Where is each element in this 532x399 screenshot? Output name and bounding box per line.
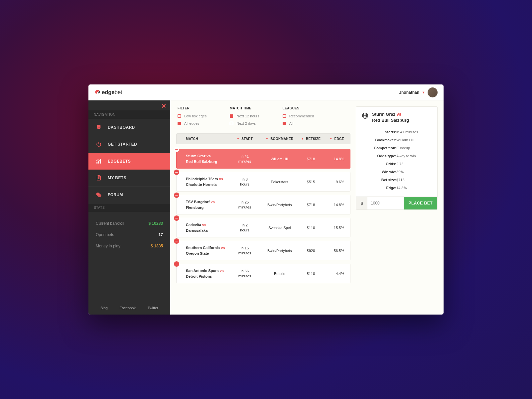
nav-label: FORUM (108, 193, 123, 197)
cell-bookmaker: Bwin/Partybets (259, 203, 300, 207)
filter-head: FILTER (178, 106, 206, 110)
cell-betsize: $110 (300, 272, 322, 276)
topbar: edgebet Jhonathan ▾ (88, 84, 444, 100)
user-menu[interactable]: Jhonathan ▾ (399, 87, 438, 97)
content: FILTER Low risk eges All edges MATCH TIM… (176, 106, 350, 309)
prow-competition-k: Competition: (361, 146, 396, 150)
cell-bookmaker: Bwin/Partybets (259, 249, 300, 253)
cell-edge: 15.5% (322, 226, 344, 230)
th-betsize[interactable]: ▼BETSIZE (300, 137, 322, 141)
prow-competition-v: Eurocup (396, 146, 432, 150)
remove-icon[interactable] (174, 170, 179, 175)
cell-edge: 14.8% (322, 203, 344, 207)
stat-bankroll-label: Current bankroll (96, 221, 124, 226)
table-row[interactable]: Philadelphia 76ers vsCharlotte Hornetsin… (176, 172, 350, 192)
filter-recommended[interactable]: Recommended (283, 114, 314, 118)
table-row[interactable]: Sturm Graz vsRed Bull Salzburgin 41minut… (176, 149, 350, 169)
cell-betsize: $718 (300, 203, 322, 207)
cell-bookmaker: Svenska Spel (259, 226, 300, 230)
main: FILTER Low risk eges All edges MATCH TIM… (170, 100, 444, 315)
prow-edge-v: 14.8% (396, 186, 432, 190)
remove-icon[interactable] (174, 215, 179, 221)
cell-edge: 9.6% (322, 180, 344, 184)
cell-betsize: $515 (300, 180, 322, 184)
th-start[interactable]: ▼START (230, 137, 259, 141)
cell-match: Southern California vsOregon State (183, 245, 230, 256)
remove-icon[interactable] (174, 147, 179, 152)
filter-all-edges[interactable]: All edges (178, 121, 206, 125)
stat-moneyinplay-label: Money in play (96, 244, 120, 248)
table-row[interactable]: Southern California vsOregon Statein 15m… (176, 241, 350, 260)
nav-get-started[interactable]: GET STARTED (88, 136, 170, 153)
cell-match: San Antonio Spurs vsDetroit Pistons (183, 268, 230, 279)
nav-label: GET STARTED (108, 142, 137, 147)
place-bet-button[interactable]: PLACE BET (404, 197, 437, 209)
logo[interactable]: edgebet (94, 89, 122, 96)
th-edge[interactable]: ▼EDGE (322, 137, 344, 141)
footer-twitter[interactable]: Twitter (148, 306, 158, 310)
cell-edge: 56.5% (322, 249, 344, 253)
nav-edgebets[interactable]: EDGEBETS (88, 153, 170, 170)
stat-bankroll-value: $ 10233 (149, 221, 163, 226)
svg-rect-3 (100, 160, 101, 164)
filter-group-filter: FILTER Low risk eges All edges (178, 106, 206, 129)
th-match[interactable]: MATCH (183, 137, 230, 141)
prow-odds-v: 2.75 (396, 162, 432, 166)
currency-symbol: $ (356, 197, 367, 209)
checkbox-icon (283, 114, 286, 118)
cell-betsize: $920 (300, 249, 322, 253)
nav-section-label: NAVIGATION (88, 110, 170, 119)
filter-low-risk[interactable]: Low risk eges (178, 114, 206, 118)
logo-text: edgebet (102, 89, 122, 96)
nav-my-bets[interactable]: MY BETS (88, 170, 170, 187)
filter-next-2d[interactable]: Next 2 days (230, 121, 259, 125)
footer-facebook[interactable]: Facebook (120, 306, 136, 310)
caret-down-icon: ▼ (301, 137, 304, 140)
footer-blog[interactable]: Blog (100, 306, 108, 310)
bet-panel: Sturm Graz vs Red Bull Salzburg Starts:i… (356, 106, 438, 210)
prow-bookmaker-v: William Hill (396, 138, 432, 142)
avatar[interactable] (428, 87, 438, 97)
prow-oddstype-v: Away to win (396, 154, 432, 158)
cell-edge: 4.4% (322, 272, 344, 276)
cell-betsize: $718 (300, 157, 322, 161)
prow-winrate-k: Winrate: (361, 170, 396, 174)
filter-next-12h[interactable]: Next 12 hours (230, 114, 259, 118)
bet-amount-input[interactable] (367, 197, 404, 209)
panel-title: Sturm Graz vs Red Bull Salzburg (372, 111, 409, 123)
cell-start: in 15minutes (230, 246, 259, 255)
table-row[interactable]: TSV Burgdorf vsFlensburgin 25minutesBwin… (176, 195, 350, 214)
checkbox-icon (230, 122, 233, 125)
body: ✕ NAVIGATION DASHBOARD GET STARTED EDGEB (88, 100, 444, 315)
filter-head: MATCH TIME (230, 106, 259, 110)
filter-group-matchtime: MATCH TIME Next 12 hours Next 2 days (230, 106, 259, 129)
remove-icon[interactable] (174, 261, 179, 267)
prow-starts-v: in 41 minutes (396, 130, 432, 134)
svg-rect-2 (98, 161, 99, 164)
database-icon (96, 124, 102, 130)
basketball-icon (361, 112, 369, 119)
prow-winrate-v: 39% (396, 170, 432, 174)
stats-section-label: STATS (88, 203, 170, 212)
nav-forum[interactable]: FORUM (88, 187, 170, 203)
filter-all-leagues[interactable]: All (283, 121, 314, 125)
cell-start: in 41minutes (230, 154, 259, 164)
cell-bookmaker: Betcris (259, 272, 300, 276)
nav-label: MY BETS (108, 176, 126, 180)
bet-action: $ PLACE BET (356, 197, 437, 209)
nav-dashboard[interactable]: DASHBOARD (88, 119, 170, 136)
prow-oddstype-k: Odds type: (361, 154, 396, 158)
remove-icon[interactable] (174, 238, 179, 244)
filters: FILTER Low risk eges All edges MATCH TIM… (176, 106, 350, 129)
checkbox-icon (178, 114, 181, 118)
th-bookmaker[interactable]: ▼BOOKMAKER (259, 137, 300, 141)
table-row[interactable]: San Antonio Spurs vsDetroit Pistonsin 56… (176, 264, 350, 283)
nav-label: EDGEBETS (108, 159, 131, 164)
checkbox-icon (283, 122, 286, 125)
close-icon[interactable]: ✕ (161, 102, 166, 110)
table-row[interactable]: Cadevita vsDarussafakain 2hoursSvenska S… (176, 218, 350, 237)
filter-group-leagues: LEAGUES Recommended All (283, 106, 314, 129)
caret-down-icon: ▼ (330, 137, 332, 140)
remove-icon[interactable] (174, 193, 179, 198)
svg-rect-5 (98, 176, 100, 177)
